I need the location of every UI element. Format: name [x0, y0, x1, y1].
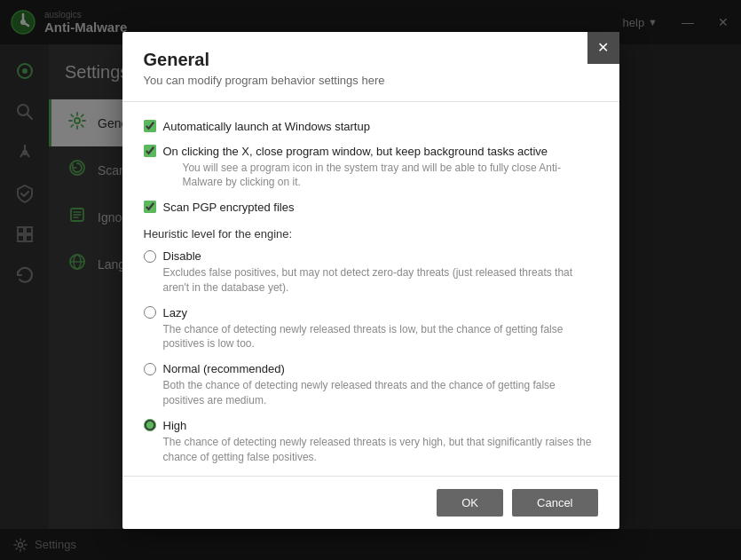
heuristic-normal-radio[interactable]	[144, 363, 156, 375]
heuristic-lazy-option: Lazy The chance of detecting newly relea…	[144, 306, 598, 352]
modal-title: General	[144, 50, 598, 70]
heuristic-normal-description: Both the chance of detecting newly relea…	[163, 378, 598, 408]
modal-close-button[interactable]: ✕	[587, 32, 619, 64]
heuristic-normal-label[interactable]: Normal (recommended)	[163, 362, 285, 375]
close-window-description: You will see a program icon in the syste…	[183, 161, 598, 191]
scan-pgp-row: Scan PGP encrypted files	[144, 199, 598, 215]
heuristic-disable-description: Excludes false positives, but may not de…	[163, 265, 598, 296]
scan-pgp-label[interactable]: Scan PGP encrypted files	[163, 201, 295, 214]
heuristic-high-label[interactable]: High	[163, 419, 187, 432]
heuristic-lazy-radio[interactable]	[144, 306, 156, 319]
close-window-row: On clicking the X, close program window,…	[144, 143, 598, 191]
modal-body: Automatically launch at Windows startup …	[122, 102, 619, 476]
heuristic-high-option: High The chance of detecting newly relea…	[144, 419, 598, 465]
scan-pgp-checkbox[interactable]	[144, 201, 156, 213]
heuristic-section-title: Heuristic level for the engine:	[144, 227, 598, 241]
auto-launch-row: Automatically launch at Windows startup	[144, 118, 598, 134]
modal-overlay: General You can modify program behavior …	[0, 0, 741, 560]
auto-launch-checkbox[interactable]	[144, 120, 156, 132]
heuristic-normal-option: Normal (recommended) Both the chance of …	[144, 362, 598, 408]
heuristic-lazy-description: The chance of detecting newly released t…	[163, 322, 598, 352]
heuristic-lazy-label[interactable]: Lazy	[163, 306, 187, 319]
modal-header: General You can modify program behavior …	[122, 32, 619, 102]
modal-footer: OK Cancel	[122, 476, 619, 529]
close-window-checkbox[interactable]	[144, 145, 156, 157]
heuristic-high-description: The chance of detecting newly released t…	[163, 435, 598, 465]
auto-launch-label[interactable]: Automatically launch at Windows startup	[163, 120, 370, 133]
modal-subtitle: You can modify program behavior settings…	[144, 74, 598, 98]
ok-button[interactable]: OK	[437, 489, 503, 517]
heuristic-high-radio[interactable]	[144, 419, 156, 431]
app-container: auslogics Anti-Malware help ▼ — ✕	[0, 0, 741, 560]
settings-modal: General You can modify program behavior …	[122, 32, 619, 529]
cancel-button[interactable]: Cancel	[512, 489, 597, 517]
heuristic-disable-option: Disable Excludes false positives, but ma…	[144, 249, 598, 296]
heuristic-disable-label[interactable]: Disable	[163, 249, 201, 263]
heuristic-disable-radio[interactable]	[144, 250, 156, 263]
close-window-label[interactable]: On clicking the X, close program window,…	[163, 145, 548, 158]
